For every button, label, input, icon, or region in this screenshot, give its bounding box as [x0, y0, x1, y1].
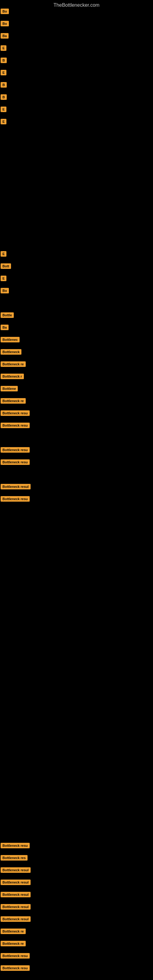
badge-item[interactable]: Bottleneck re	[1, 361, 26, 367]
badge-item[interactable]: Bottleneck resul	[1, 904, 30, 910]
badge-item[interactable]: Bottlenec	[1, 337, 19, 342]
badge-item[interactable]: Bottleneck resu	[1, 423, 30, 428]
badge-item[interactable]: Bottleneck re	[1, 929, 26, 934]
badge-item[interactable]: Bottleneck resul	[1, 867, 30, 873]
badge-item[interactable]: E	[1, 275, 6, 281]
badge-item[interactable]: Bottleneck resul	[1, 892, 30, 897]
badge-item[interactable]: Ba	[1, 325, 9, 330]
badge-item[interactable]: Bottleneck resul	[1, 484, 30, 489]
badge-item[interactable]: Bottleneck resu	[1, 953, 30, 959]
badge-item[interactable]: Bo	[1, 288, 9, 293]
badge-item[interactable]: Bottleneck re	[1, 398, 26, 404]
badge-item[interactable]: Bottleneck r	[1, 374, 24, 379]
badge-item[interactable]: E	[1, 107, 6, 112]
badge-item[interactable]: Bottleneck re	[1, 941, 26, 946]
badge-item[interactable]: Bottleneck resu	[1, 460, 30, 465]
badge-item[interactable]: B	[1, 57, 7, 63]
badge-item[interactable]: Ba	[1, 33, 9, 38]
badge-item[interactable]: E	[1, 70, 6, 75]
badge-item[interactable]: Bott	[1, 263, 11, 269]
badge-item[interactable]: E	[1, 251, 6, 257]
badge-item[interactable]: E	[1, 119, 6, 124]
badge-item[interactable]: Bottleneck resul	[1, 916, 30, 922]
badge-item[interactable]: Bottleneck resu	[1, 496, 30, 502]
badge-item[interactable]: Bottleneck resu	[1, 447, 30, 453]
badge-item[interactable]: Bo	[1, 9, 9, 14]
badge-item[interactable]: B	[1, 82, 7, 88]
badge-item[interactable]: Bo	[1, 21, 9, 26]
badge-item[interactable]: Bottlene	[1, 386, 18, 391]
badge-item[interactable]: Bottleneck res	[1, 855, 27, 861]
badge-item[interactable]: B	[1, 94, 7, 100]
badge-item[interactable]: Bottleneck resu	[1, 410, 30, 416]
badge-item[interactable]: Bottleneck resu	[1, 843, 30, 848]
site-title: TheBottlenecker.com	[0, 0, 153, 9]
badge-item[interactable]: Bottleneck resul	[1, 880, 30, 885]
badge-item[interactable]: Bottleneck	[1, 349, 21, 355]
badge-item[interactable]: E	[1, 45, 6, 51]
badge-item[interactable]: Bottle	[1, 312, 14, 318]
badge-item[interactable]: Bottleneck resu	[1, 965, 30, 971]
